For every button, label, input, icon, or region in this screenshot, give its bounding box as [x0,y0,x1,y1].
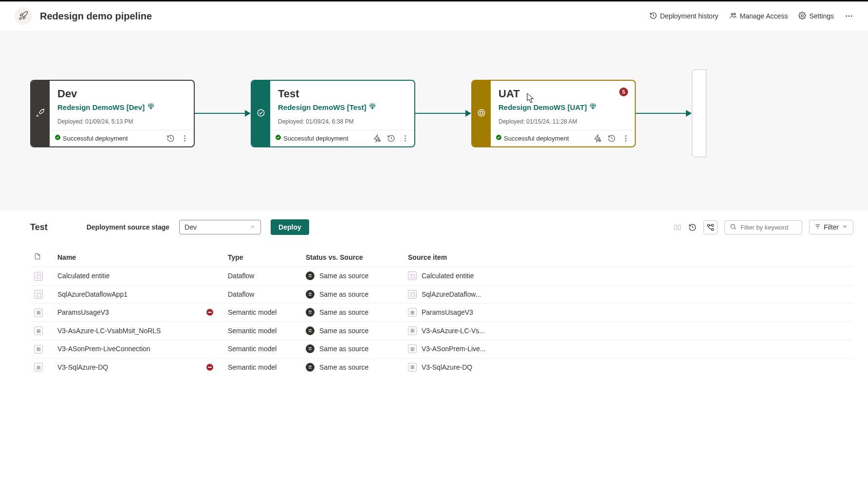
source-item-name: SqlAzureDataflow... [422,290,481,298]
warning-icon [206,364,213,371]
deployment-history-button[interactable]: Deployment history [649,12,719,21]
compare-icon[interactable] [673,223,682,232]
diamond-icon [148,103,154,111]
table-row[interactable]: ⬚SqlAzureDataflowApp1DataflowSame as sou… [30,285,853,304]
col-type-header[interactable]: Type [224,248,302,267]
item-type: Semantic model [228,345,277,353]
svg-point-26 [712,228,714,230]
page-header: Redesign demo pipeline Deployment histor… [0,0,868,31]
item-type-icon: ⊞ [34,363,43,372]
table-row[interactable]: ⊞V3-SqlAzure-DQSemantic modelSame as sou… [30,358,853,376]
col-status-header[interactable]: Status vs. Source [302,248,404,267]
check-icon [496,134,502,142]
search-input-wrap[interactable] [724,220,802,234]
filter-button[interactable]: Filter [809,220,853,234]
col-icon-header [30,248,54,267]
detail-history-icon[interactable] [688,223,697,232]
check-icon [275,134,281,142]
item-type-icon: ⊞ [34,326,43,335]
item-name: V3-SqlAzure-DQ [57,363,108,371]
svg-point-18 [496,135,501,140]
stage-history-icon[interactable] [608,134,616,143]
workspace-label: Redesign DemoWS [Dev] [57,103,145,111]
status-label: Successful deployment [504,135,569,142]
svg-point-1 [734,13,735,15]
stage-footer: Successful deployment [50,130,194,146]
col-source-header[interactable]: Source item [404,248,853,267]
chevron-down-icon [842,223,848,231]
stage-deployed: Deployed: 01/15/24, 11:28 AM [499,118,627,125]
deploy-button[interactable]: Deploy [271,219,309,235]
stage-more-icon[interactable] [622,134,630,143]
source-type-icon: ⬚ [408,271,417,280]
table-row[interactable]: ⊞V3-AsAzure-LC-VsabMsit_NoRLSSemantic mo… [30,322,853,340]
stage-workspace-link[interactable]: Redesign DemoWS [Test] [278,103,406,111]
stage-more-icon[interactable] [401,134,409,143]
source-item-name: Calculated entitie [422,272,474,280]
svg-point-13 [405,135,406,137]
more-button[interactable] [845,12,853,20]
detail-stage-name: Test [30,222,48,233]
col-name-header[interactable]: Name [54,248,224,267]
rules-icon[interactable] [373,134,381,143]
stage-body: Test Redesign DemoWS [Test] Deployed: 01… [270,81,414,146]
svg-point-20 [625,135,627,137]
stage-card-dev[interactable]: Dev Redesign DemoWS [Dev] Deployed: 01/0… [30,80,195,147]
svg-point-27 [712,224,714,226]
item-name: V3-AsAzure-LC-VsabMsit_NoRLS [57,327,161,335]
gear-icon [798,12,806,21]
table-row[interactable]: ⊞ParamsUsageV3Semantic modelSame as sour… [30,304,853,322]
stage-card-test[interactable]: Test Redesign DemoWS [Test] Deployed: 01… [251,80,415,147]
item-type-icon: ⬚ [34,290,43,299]
history-icon [649,12,657,21]
file-icon [34,254,41,262]
source-stage-select[interactable]: Dev [179,220,261,234]
item-type: Dataflow [228,272,254,280]
rules-icon[interactable] [593,134,602,143]
lineage-icon[interactable] [703,220,718,234]
filter-label: Filter [824,223,839,231]
svg-point-25 [707,224,709,226]
svg-point-2 [801,15,803,17]
source-type-icon: ⊞ [408,326,417,335]
svg-point-11 [276,135,281,140]
stage-main: Dev Redesign DemoWS [Dev] Deployed: 01/0… [50,81,194,130]
stage-deployed: Deployed: 01/09/24, 5:13 PM [57,118,186,125]
stage-name: Dev [57,88,186,100]
stage-history-icon[interactable] [166,134,175,143]
stage-history-icon[interactable] [387,134,395,143]
item-name: SqlAzureDataflowApp1 [57,290,128,298]
source-item-name: V3-SqlAzure-DQ [422,363,472,371]
table-row[interactable]: ⬚Calculated entitieDataflowSame as sourc… [30,267,853,286]
arrow-uat-prod [636,108,692,118]
item-type-icon: ⊞ [34,345,43,354]
source-type-icon: ⊞ [408,308,417,317]
search-icon [730,223,737,232]
detail-header: Test Deployment source stage Dev Deploy … [30,215,853,239]
item-name: Calculated entitie [57,272,110,280]
pipeline-icon [15,7,32,25]
stage-workspace-link[interactable]: Redesign DemoWS [Dev] [57,103,186,111]
svg-point-6 [55,135,60,140]
detail-left: Test Deployment source stage Dev Deploy [30,219,309,235]
stage-status: Successful deployment [496,134,569,142]
svg-point-8 [184,138,185,139]
status-equal-icon [306,326,314,335]
settings-button[interactable]: Settings [798,12,834,21]
rocket-icon [18,11,28,22]
manage-access-button[interactable]: Manage Access [729,12,788,21]
stage-workspace-link[interactable]: Redesign DemoWS [UAT] [499,103,627,111]
stage-card-uat[interactable]: 5 UAT Redesign DemoWS [UAT] Deployed: 01… [471,80,636,147]
diamond-icon [369,103,376,111]
stage-actions [593,134,630,143]
stage-status: Successful deployment [55,134,128,142]
table-row[interactable]: ⊞V3-ASonPrem-LiveConnectionSemantic mode… [30,340,853,358]
stage-sidebar-dev [31,81,50,146]
stage-card-next-partial[interactable] [692,70,706,157]
search-input[interactable] [740,224,797,231]
svg-rect-24 [678,225,681,230]
stage-sidebar-test [252,81,270,146]
access-label: Manage Access [740,12,788,20]
item-name: ParamsUsageV3 [57,308,109,316]
stage-more-icon[interactable] [181,134,189,143]
